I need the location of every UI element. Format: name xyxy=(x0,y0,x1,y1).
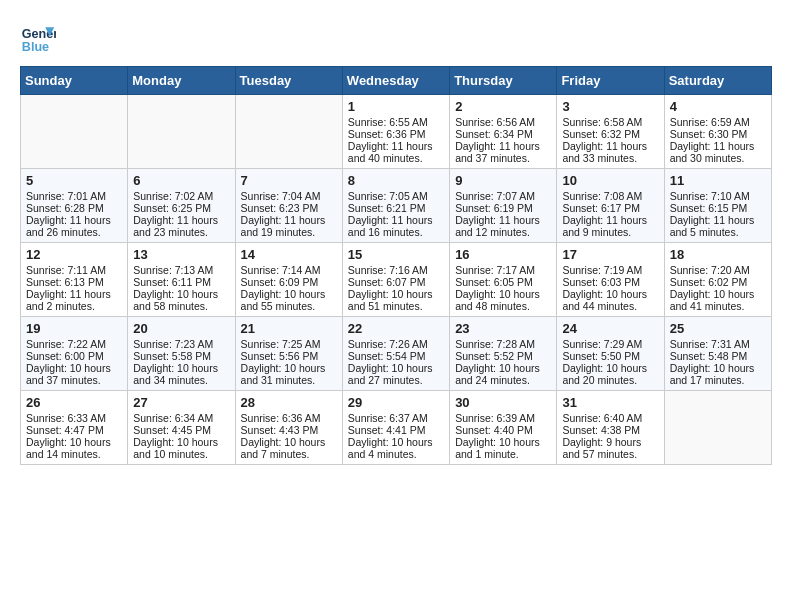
day-info: Sunset: 6:03 PM xyxy=(562,276,658,288)
day-number: 27 xyxy=(133,395,229,410)
day-info: Sunrise: 7:02 AM xyxy=(133,190,229,202)
day-info: and 55 minutes. xyxy=(241,300,337,312)
day-info: Daylight: 10 hours xyxy=(133,362,229,374)
day-info: Sunset: 6:23 PM xyxy=(241,202,337,214)
day-info: Daylight: 10 hours xyxy=(133,288,229,300)
calendar-cell: 14Sunrise: 7:14 AMSunset: 6:09 PMDayligh… xyxy=(235,243,342,317)
day-info: Sunset: 6:17 PM xyxy=(562,202,658,214)
day-number: 17 xyxy=(562,247,658,262)
weekday-header: Sunday xyxy=(21,67,128,95)
calendar-table: SundayMondayTuesdayWednesdayThursdayFrid… xyxy=(20,66,772,465)
calendar-cell: 15Sunrise: 7:16 AMSunset: 6:07 PMDayligh… xyxy=(342,243,449,317)
day-number: 18 xyxy=(670,247,766,262)
day-info: Daylight: 11 hours xyxy=(26,288,122,300)
day-info: Sunrise: 7:16 AM xyxy=(348,264,444,276)
logo: General Blue xyxy=(20,20,62,56)
weekday-header: Friday xyxy=(557,67,664,95)
calendar-cell: 1Sunrise: 6:55 AMSunset: 6:36 PMDaylight… xyxy=(342,95,449,169)
day-info: Daylight: 10 hours xyxy=(670,362,766,374)
day-info: and 51 minutes. xyxy=(348,300,444,312)
day-info: Daylight: 11 hours xyxy=(455,140,551,152)
day-info: Daylight: 10 hours xyxy=(26,436,122,448)
day-info: Daylight: 11 hours xyxy=(133,214,229,226)
calendar-cell: 17Sunrise: 7:19 AMSunset: 6:03 PMDayligh… xyxy=(557,243,664,317)
day-info: Sunset: 4:43 PM xyxy=(241,424,337,436)
day-info: and 23 minutes. xyxy=(133,226,229,238)
day-info: and 14 minutes. xyxy=(26,448,122,460)
day-number: 26 xyxy=(26,395,122,410)
calendar-cell: 24Sunrise: 7:29 AMSunset: 5:50 PMDayligh… xyxy=(557,317,664,391)
page-header: General Blue xyxy=(20,20,772,56)
day-info: Sunrise: 7:13 AM xyxy=(133,264,229,276)
day-number: 25 xyxy=(670,321,766,336)
day-info: Sunset: 6:09 PM xyxy=(241,276,337,288)
calendar-cell: 8Sunrise: 7:05 AMSunset: 6:21 PMDaylight… xyxy=(342,169,449,243)
day-info: Sunrise: 7:04 AM xyxy=(241,190,337,202)
calendar-cell: 18Sunrise: 7:20 AMSunset: 6:02 PMDayligh… xyxy=(664,243,771,317)
calendar-cell: 20Sunrise: 7:23 AMSunset: 5:58 PMDayligh… xyxy=(128,317,235,391)
day-info: Sunset: 6:30 PM xyxy=(670,128,766,140)
day-info: and 37 minutes. xyxy=(26,374,122,386)
day-info: Sunrise: 7:19 AM xyxy=(562,264,658,276)
calendar-cell: 21Sunrise: 7:25 AMSunset: 5:56 PMDayligh… xyxy=(235,317,342,391)
calendar-cell: 19Sunrise: 7:22 AMSunset: 6:00 PMDayligh… xyxy=(21,317,128,391)
day-info: Sunrise: 7:22 AM xyxy=(26,338,122,350)
day-info: Sunrise: 7:28 AM xyxy=(455,338,551,350)
day-info: and 2 minutes. xyxy=(26,300,122,312)
day-info: Sunset: 6:00 PM xyxy=(26,350,122,362)
day-info: Sunrise: 6:33 AM xyxy=(26,412,122,424)
calendar-cell xyxy=(128,95,235,169)
day-info: Daylight: 11 hours xyxy=(348,214,444,226)
day-info: Daylight: 10 hours xyxy=(241,288,337,300)
day-number: 6 xyxy=(133,173,229,188)
day-number: 28 xyxy=(241,395,337,410)
day-info: Sunrise: 7:14 AM xyxy=(241,264,337,276)
day-info: Daylight: 10 hours xyxy=(26,362,122,374)
day-info: and 57 minutes. xyxy=(562,448,658,460)
day-info: Sunrise: 6:40 AM xyxy=(562,412,658,424)
calendar-cell: 27Sunrise: 6:34 AMSunset: 4:45 PMDayligh… xyxy=(128,391,235,465)
calendar-cell xyxy=(664,391,771,465)
day-info: Sunset: 6:19 PM xyxy=(455,202,551,214)
calendar-header: SundayMondayTuesdayWednesdayThursdayFrid… xyxy=(21,67,772,95)
day-info: Daylight: 11 hours xyxy=(670,214,766,226)
day-info: and 12 minutes. xyxy=(455,226,551,238)
day-info: Sunrise: 6:56 AM xyxy=(455,116,551,128)
calendar-cell xyxy=(235,95,342,169)
day-info: and 7 minutes. xyxy=(241,448,337,460)
day-info: and 17 minutes. xyxy=(670,374,766,386)
calendar-cell: 11Sunrise: 7:10 AMSunset: 6:15 PMDayligh… xyxy=(664,169,771,243)
day-info: Daylight: 11 hours xyxy=(348,140,444,152)
day-info: Daylight: 11 hours xyxy=(241,214,337,226)
day-info: and 10 minutes. xyxy=(133,448,229,460)
day-info: Sunset: 4:45 PM xyxy=(133,424,229,436)
calendar-cell: 25Sunrise: 7:31 AMSunset: 5:48 PMDayligh… xyxy=(664,317,771,391)
day-info: Sunset: 6:02 PM xyxy=(670,276,766,288)
day-info: Sunset: 6:36 PM xyxy=(348,128,444,140)
day-info: and 37 minutes. xyxy=(455,152,551,164)
day-info: and 58 minutes. xyxy=(133,300,229,312)
day-number: 22 xyxy=(348,321,444,336)
day-info: and 26 minutes. xyxy=(26,226,122,238)
day-number: 3 xyxy=(562,99,658,114)
day-info: Sunset: 4:47 PM xyxy=(26,424,122,436)
day-info: Sunrise: 6:39 AM xyxy=(455,412,551,424)
day-info: Sunset: 6:21 PM xyxy=(348,202,444,214)
day-info: and 40 minutes. xyxy=(348,152,444,164)
day-info: and 4 minutes. xyxy=(348,448,444,460)
day-info: Daylight: 10 hours xyxy=(455,362,551,374)
day-info: Daylight: 11 hours xyxy=(670,140,766,152)
day-info: Daylight: 10 hours xyxy=(348,436,444,448)
day-number: 23 xyxy=(455,321,551,336)
day-info: Daylight: 10 hours xyxy=(562,288,658,300)
calendar-cell: 7Sunrise: 7:04 AMSunset: 6:23 PMDaylight… xyxy=(235,169,342,243)
day-info: Daylight: 10 hours xyxy=(241,362,337,374)
day-info: Daylight: 11 hours xyxy=(26,214,122,226)
day-info: and 31 minutes. xyxy=(241,374,337,386)
calendar-cell: 12Sunrise: 7:11 AMSunset: 6:13 PMDayligh… xyxy=(21,243,128,317)
day-info: Sunset: 6:15 PM xyxy=(670,202,766,214)
day-info: Sunrise: 6:55 AM xyxy=(348,116,444,128)
weekday-header: Monday xyxy=(128,67,235,95)
day-number: 9 xyxy=(455,173,551,188)
calendar-cell: 22Sunrise: 7:26 AMSunset: 5:54 PMDayligh… xyxy=(342,317,449,391)
